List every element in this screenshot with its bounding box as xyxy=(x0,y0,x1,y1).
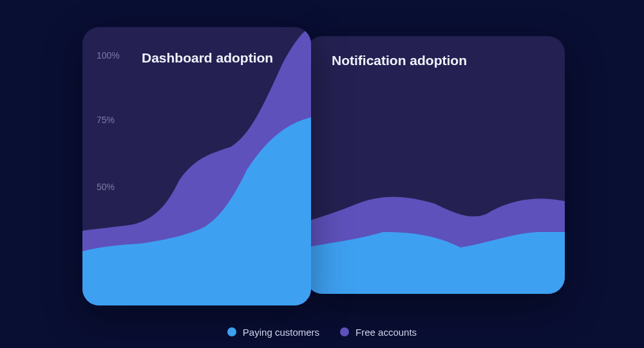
charts-stage: { "legend": { "paying": "Paying customer… xyxy=(0,0,644,348)
legend-label-free: Free accounts xyxy=(355,327,417,338)
area-paying xyxy=(306,232,565,294)
swatch-paying-icon xyxy=(227,327,236,336)
legend: Paying customers Free accounts xyxy=(0,322,644,342)
swatch-free-icon xyxy=(340,327,349,336)
chart-card-notification: Notification adoption xyxy=(306,36,565,294)
legend-item-paying: Paying customers xyxy=(227,327,319,338)
chart-plot-dashboard xyxy=(82,27,311,305)
legend-item-free: Free accounts xyxy=(340,327,417,338)
chart-plot-notification xyxy=(306,36,565,294)
chart-card-dashboard: Dashboard adoption 100% 75% 50% 25% xyxy=(82,27,311,305)
legend-label-paying: Paying customers xyxy=(243,327,319,338)
